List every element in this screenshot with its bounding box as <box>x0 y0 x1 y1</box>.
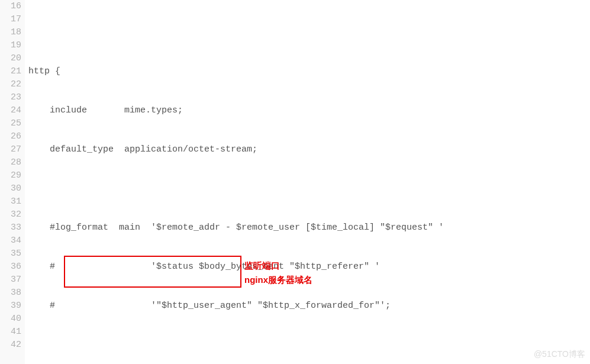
line-number: 22 <box>1 78 21 91</box>
line-number: 27 <box>1 143 21 156</box>
line-number: 20 <box>1 52 21 65</box>
line-number: 42 <box>1 339 21 352</box>
line-number: 36 <box>1 260 21 273</box>
line-number: 18 <box>1 26 21 39</box>
line-number: 31 <box>1 195 21 208</box>
line-number-gutter: 16 17 18 19 20 21 22 23 24 25 26 27 28 2… <box>0 0 25 364</box>
code-line <box>28 26 444 39</box>
annotation-server-domain: nginx服务器域名 <box>244 273 312 286</box>
watermark: @51CTO博客 <box>534 347 585 360</box>
line-number: 29 <box>1 169 21 182</box>
line-number: 25 <box>1 117 21 130</box>
line-number: 39 <box>1 299 21 313</box>
line-number: 17 <box>1 13 21 26</box>
annotation-listen-port: 监听端口 <box>244 259 280 272</box>
code-editor: 16 17 18 19 20 21 22 23 24 25 26 27 28 2… <box>0 0 590 364</box>
code-line <box>28 339 444 352</box>
code-area[interactable]: http { include mime.types; default_type … <box>25 0 444 364</box>
line-number: 33 <box>1 221 21 234</box>
line-number: 40 <box>1 313 21 326</box>
line-number: 30 <box>1 182 21 195</box>
line-number: 26 <box>1 130 21 143</box>
line-number: 35 <box>1 247 21 260</box>
line-number: 16 <box>1 0 21 13</box>
code-line <box>28 182 444 195</box>
line-number: 24 <box>1 104 21 117</box>
line-number: 28 <box>1 156 21 169</box>
line-number: 41 <box>1 326 21 339</box>
line-number: 38 <box>1 286 21 299</box>
line-number: 23 <box>1 91 21 104</box>
line-number: 37 <box>1 273 21 286</box>
line-number: 19 <box>1 39 21 52</box>
code-line: #log_format main '$remote_addr - $remote… <box>28 221 444 234</box>
code-line: # '$status $body_bytes_sent "$http_refer… <box>28 260 444 273</box>
line-number: 21 <box>1 65 21 78</box>
code-line: include mime.types; <box>28 104 444 117</box>
code-line: default_type application/octet-stream; <box>28 143 444 156</box>
code-line: http { <box>28 65 444 78</box>
code-line: # '"$http_user_agent" "$http_x_forwarded… <box>28 299 444 313</box>
line-number: 34 <box>1 234 21 247</box>
line-number: 32 <box>1 208 21 221</box>
